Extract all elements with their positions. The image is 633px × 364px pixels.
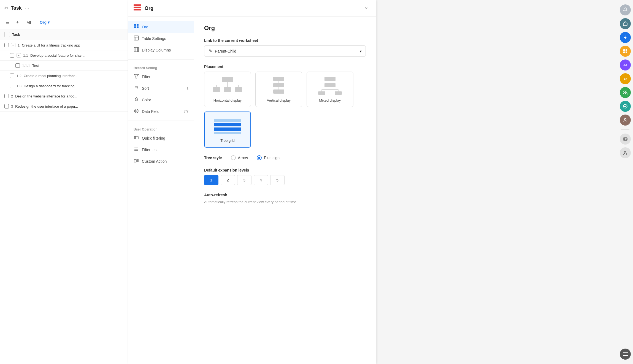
bolt-button[interactable]: [620, 32, 631, 43]
right-sidebar: Je Ye: [618, 0, 633, 364]
user-je-button[interactable]: Je: [620, 59, 631, 70]
radio-plus[interactable]: Plus sign: [257, 155, 280, 160]
task-text: Design the website interface for a foo..…: [15, 94, 77, 98]
expansion-section: Default expansion levels 1 2 3 4 5: [204, 168, 366, 185]
svg-rect-7: [134, 36, 139, 40]
worksheet-dropdown[interactable]: Parent-Child ▾: [204, 45, 366, 57]
svg-rect-1: [134, 7, 141, 8]
add-tab-button[interactable]: +: [15, 16, 20, 29]
arrow-radio-circle[interactable]: [231, 155, 236, 160]
task-checkbox[interactable]: [4, 43, 9, 47]
placement-tree-grid[interactable]: Tree grid: [204, 112, 251, 148]
sidebar-divider: [621, 129, 629, 130]
sidebar-item-filter[interactable]: Filter: [128, 71, 194, 83]
task-checkbox[interactable]: [10, 53, 14, 58]
placement-label: Placement: [204, 64, 366, 69]
svg-point-67: [625, 91, 627, 93]
level-3-button[interactable]: 3: [237, 175, 251, 185]
radio-arrow[interactable]: Arrow: [231, 155, 248, 160]
tab-org[interactable]: Org ▾: [37, 17, 52, 28]
collapse-btn[interactable]: −: [11, 43, 15, 47]
task-number: 1.1: [23, 53, 28, 58]
task-text: Develop a social feature for shar...: [30, 53, 85, 58]
dropdown-value: Parent-Child: [215, 49, 236, 53]
sidebar-item-table-settings[interactable]: Table Settings: [128, 33, 194, 44]
group-button[interactable]: [620, 87, 631, 98]
add-person-button[interactable]: [620, 147, 631, 158]
sidebar-item-display-columns[interactable]: Display Columns: [128, 44, 194, 56]
more-icon[interactable]: ···: [25, 5, 29, 11]
sidebar-item-data-field[interactable]: Data Field 7/7: [128, 106, 194, 117]
placement-mixed[interactable]: Mixed display: [307, 72, 353, 107]
task-row: 1.2 Create a meal planning interface...: [0, 71, 128, 81]
org-icon: [134, 24, 139, 30]
check-circle-button[interactable]: [620, 101, 631, 112]
display-columns-icon: [134, 47, 139, 53]
svg-point-68: [623, 104, 627, 108]
auto-refresh-label: Auto-refresh: [204, 193, 366, 197]
task-column-label: Task: [12, 32, 20, 37]
tab-org-dropdown[interactable]: ▾: [48, 20, 50, 25]
chevron-down-icon: ▾: [360, 49, 362, 53]
level-5-button[interactable]: 5: [270, 175, 285, 185]
svg-rect-55: [214, 123, 241, 126]
sidebar-item-custom-action[interactable]: Custom Action: [128, 156, 194, 167]
table-settings-icon: [134, 36, 139, 42]
person-card-button[interactable]: [620, 134, 631, 145]
tree-grid-label: Tree grid: [220, 138, 235, 143]
user-ye-button[interactable]: Ye: [620, 73, 631, 84]
sort-badge: 1: [186, 86, 188, 90]
svg-rect-53: [335, 91, 342, 95]
placement-vertical[interactable]: Vertical display: [255, 72, 302, 107]
color-icon: [134, 97, 139, 103]
svg-rect-4: [137, 24, 139, 26]
data-field-badge: 7/7: [184, 110, 188, 113]
sidebar-item-sort[interactable]: Sort 1: [128, 83, 194, 94]
placement-section: Placement: [204, 64, 366, 148]
svg-rect-60: [623, 23, 627, 26]
svg-point-20: [134, 109, 138, 113]
notification-button[interactable]: [620, 4, 631, 15]
svg-marker-61: [624, 36, 627, 39]
bottom-menu-button[interactable]: [620, 349, 631, 360]
svg-rect-37: [213, 87, 220, 92]
tab-all[interactable]: All: [25, 17, 33, 28]
task-checkbox[interactable]: [4, 104, 9, 108]
horizontal-label: Horizontal display: [213, 98, 242, 102]
collapse-btn[interactable]: −: [17, 53, 21, 58]
svg-rect-57: [214, 132, 241, 134]
sidebar-item-color[interactable]: Color: [128, 94, 194, 106]
header-checkbox[interactable]: [4, 32, 10, 37]
sidebar-item-label: Sort: [142, 86, 149, 91]
plus-radio-circle[interactable]: [257, 155, 262, 160]
sidebar-item-org[interactable]: Org: [128, 21, 194, 33]
bottom-section: [620, 349, 631, 360]
placement-horizontal[interactable]: Horizontal display: [204, 72, 251, 107]
svg-rect-63: [626, 49, 627, 51]
task-panel: ✂ Task ··· ☰ + All Org ▾ Task − 1 Create…: [0, 0, 128, 364]
grid-button[interactable]: [620, 46, 631, 57]
user-section-label: User Operation: [128, 124, 194, 132]
briefcase-button[interactable]: [620, 18, 631, 29]
vertical-label: Vertical display: [267, 98, 291, 102]
arrow-label: Arrow: [238, 156, 248, 160]
close-button[interactable]: ×: [363, 4, 370, 12]
custom-action-icon: [134, 158, 139, 164]
svg-point-21: [136, 110, 137, 112]
level-2-button[interactable]: 2: [221, 175, 235, 185]
task-checkbox[interactable]: [10, 74, 14, 78]
task-checkbox[interactable]: [10, 84, 14, 88]
level-4-button[interactable]: 4: [254, 175, 268, 185]
svg-rect-2: [134, 9, 141, 10]
mixed-label: Mixed display: [319, 98, 341, 102]
task-checkbox[interactable]: [15, 63, 20, 68]
task-checkbox[interactable]: [4, 94, 9, 98]
hamburger-icon[interactable]: ☰: [4, 17, 10, 28]
modal-panel: Org × Org Table Settings Display C: [128, 0, 376, 364]
team-button[interactable]: [620, 115, 631, 126]
sidebar-item-quick-filtering[interactable]: Quick filtering: [128, 132, 194, 144]
sidebar-item-filter-list[interactable]: Filter List: [128, 144, 194, 156]
level-1-button[interactable]: 1: [204, 175, 218, 185]
svg-rect-6: [137, 26, 139, 28]
modal-header: Org ×: [128, 0, 376, 17]
